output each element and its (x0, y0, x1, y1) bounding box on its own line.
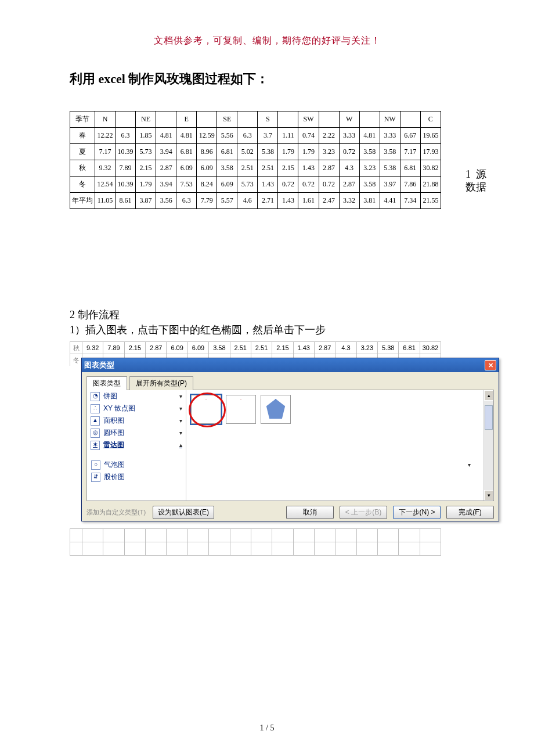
radar-icon: ✶ (91, 441, 100, 450)
cell[interactable] (230, 529, 251, 542)
cell[interactable] (272, 529, 293, 542)
cell[interactable] (188, 542, 209, 555)
cell[interactable] (335, 542, 356, 555)
cell[interactable]: 2.51 (230, 342, 251, 354)
cell[interactable] (82, 529, 103, 542)
cell[interactable] (399, 529, 420, 542)
stock-icon: ⇵ (91, 473, 100, 482)
radar-subtype-2[interactable] (226, 395, 256, 424)
data-cell: 7.79 (197, 193, 217, 209)
finish-button[interactable]: 完成(F) (446, 506, 494, 519)
data-cell: 3.94 (156, 177, 176, 193)
cell[interactable] (420, 529, 441, 542)
type-scatter[interactable]: ∴XY 散点图▾ (87, 402, 186, 415)
cell[interactable] (146, 529, 167, 542)
cell[interactable] (399, 542, 420, 555)
cell[interactable]: 2.87 (146, 342, 167, 354)
chevron-down-icon[interactable]: ▾ (468, 462, 471, 468)
cell[interactable]: 9.32 (82, 342, 103, 354)
cell[interactable]: 1.43 (294, 342, 315, 354)
cell[interactable] (357, 542, 378, 555)
type-label: 气泡图 (104, 460, 125, 470)
tab-expand-all[interactable]: 展开所有类型(P) (129, 376, 193, 390)
cell[interactable] (251, 542, 272, 555)
data-cell: 6.09 (176, 160, 197, 177)
cell[interactable] (294, 529, 315, 542)
chevron-down-icon[interactable]: ▾ (179, 430, 182, 436)
cell[interactable] (209, 542, 230, 555)
chevron-up-icon[interactable]: ▴ (179, 442, 182, 448)
cell[interactable]: 2.15 (272, 342, 293, 354)
cell[interactable] (315, 529, 335, 542)
data-cell: 3.87 (136, 193, 156, 209)
scroll-thumb[interactable] (485, 405, 493, 430)
cell[interactable] (420, 542, 441, 555)
cell[interactable] (167, 542, 187, 555)
cell[interactable] (272, 542, 293, 555)
chevron-down-icon[interactable]: ▾ (179, 393, 182, 399)
type-stock[interactable]: ⇵股价图 (88, 471, 474, 483)
data-cell: 3.58 (359, 177, 380, 193)
cell[interactable]: 4.3 (335, 342, 356, 354)
data-cell: 12.59 (197, 128, 217, 144)
cell[interactable] (315, 542, 335, 555)
tab-chart-types[interactable]: 图表类型 (86, 376, 127, 390)
add-custom-type-button[interactable]: 添加为自定义类型(T) (86, 508, 147, 517)
chevron-down-icon[interactable]: ▾ (179, 417, 182, 424)
cell[interactable] (335, 529, 356, 542)
cell[interactable]: 5.38 (378, 342, 399, 354)
cell[interactable]: 7.89 (103, 342, 124, 354)
cell[interactable]: 3.58 (209, 342, 230, 354)
data-cell: 5.56 (217, 128, 237, 144)
cell[interactable]: 6.09 (167, 342, 187, 354)
close-icon[interactable]: ✕ (485, 360, 496, 370)
excel-screenshot: 秋 9.32 7.89 2.15 2.87 6.09 6.09 3.58 2.5… (70, 341, 441, 556)
dialog-titlebar[interactable]: 图表类型 ✕ (82, 358, 499, 372)
col-header: C (420, 111, 441, 128)
cell[interactable] (357, 529, 378, 542)
cell[interactable] (251, 529, 272, 542)
cell[interactable] (378, 542, 399, 555)
cell[interactable] (125, 529, 146, 542)
cell[interactable] (167, 529, 187, 542)
row-label: 春 (70, 128, 95, 144)
data-cell: 3.94 (156, 144, 176, 160)
cell[interactable] (103, 542, 124, 555)
data-cell: 2.51 (237, 160, 258, 177)
radar-subtype-3[interactable] (261, 395, 291, 424)
cell[interactable]: 2.15 (125, 342, 146, 354)
cell[interactable] (378, 529, 399, 542)
cell[interactable] (146, 542, 167, 555)
col-header: E (176, 111, 197, 128)
page-title: 利用 excel 制作风玫瑰图过程如下： (70, 70, 464, 88)
data-cell: 0.72 (278, 177, 298, 193)
cell[interactable]: 2.87 (315, 342, 335, 354)
type-bubble[interactable]: ○气泡图▾ (88, 459, 474, 471)
data-cell: 2.87 (156, 160, 176, 177)
cell[interactable]: 6.81 (399, 342, 420, 354)
scroll-up-icon[interactable]: ▴ (484, 390, 493, 401)
radar-subtype-1[interactable] (191, 395, 221, 424)
cell[interactable] (230, 542, 251, 555)
scroll-down-icon[interactable]: ▾ (484, 490, 493, 501)
cell[interactable]: 2.51 (251, 342, 272, 354)
cell[interactable] (209, 529, 230, 542)
type-pie[interactable]: ◔饼图▾ (87, 390, 186, 402)
type-area[interactable]: ▲面积图▾ (87, 415, 186, 427)
cell[interactable] (294, 542, 315, 555)
cell[interactable]: 30.82 (420, 342, 441, 354)
cell[interactable]: 3.23 (357, 342, 378, 354)
type-list-scrollbar[interactable]: ▴ ▾ (484, 390, 493, 501)
type-doughnut[interactable]: ◎圆环图▾ (87, 427, 186, 439)
cell[interactable] (188, 529, 209, 542)
cancel-button[interactable]: 取消 (286, 506, 334, 519)
next-button[interactable]: 下一步(N) > (393, 506, 441, 519)
cell[interactable]: 6.09 (188, 342, 209, 354)
cell[interactable] (125, 542, 146, 555)
type-radar[interactable]: ✶雷达图▴ (87, 439, 186, 451)
cell[interactable] (82, 542, 103, 555)
set-default-chart-button[interactable]: 设为默认图表(E) (153, 506, 214, 519)
cell[interactable] (103, 529, 124, 542)
chevron-down-icon[interactable]: ▾ (179, 405, 182, 412)
type-label: 饼图 (103, 391, 117, 401)
